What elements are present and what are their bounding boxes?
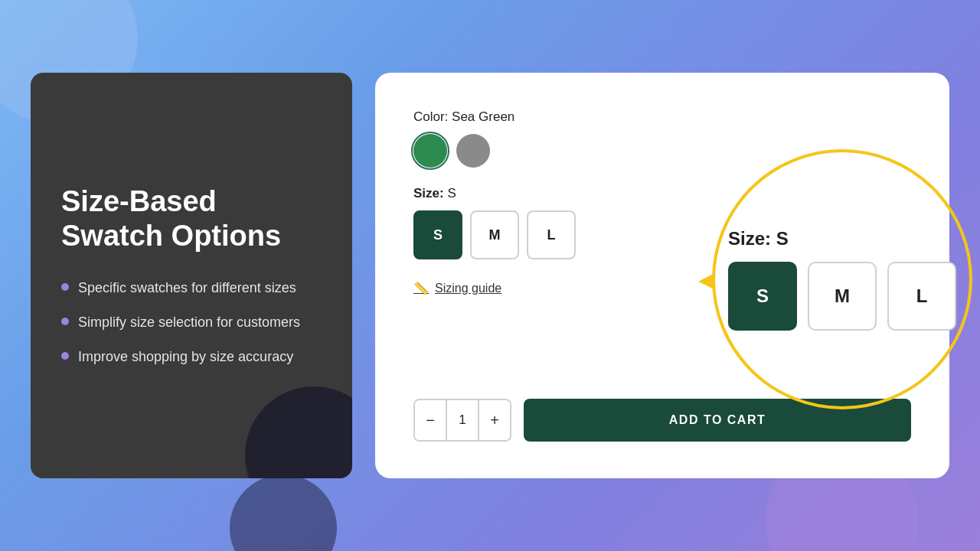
ruler-icon: 📏 <box>413 281 429 295</box>
product-options-card: Color: Sea Green Size: S S M L 📏 Sizing … <box>375 73 949 478</box>
bullet-icon <box>61 283 69 291</box>
cart-section: − 1 + ADD TO CART <box>413 399 911 442</box>
bullet-icon <box>61 352 69 360</box>
sizing-guide-label: Sizing guide <box>435 282 501 295</box>
quantity-control: − 1 + <box>413 399 511 442</box>
color-section: Color: Sea Green <box>413 109 911 168</box>
color-swatches-group <box>413 134 911 168</box>
spacer <box>413 314 911 368</box>
size-section: Size: S S M L <box>413 186 911 259</box>
quantity-decrease-button[interactable]: − <box>415 400 446 440</box>
selected-color-name: Sea Green <box>452 109 514 124</box>
list-item: Specific swatches for different sizes <box>61 279 322 298</box>
color-label-text: Color: <box>413 109 452 124</box>
card-circle-decoration <box>245 386 352 478</box>
main-layout: Size-BasedSwatch Options Specific swatch… <box>0 0 980 551</box>
selected-size-value: S <box>447 186 456 201</box>
color-swatch-gray[interactable] <box>456 134 490 168</box>
bullet-icon <box>61 318 69 325</box>
list-item-text: Improve shopping by size accuracy <box>78 347 293 367</box>
quantity-value: 1 <box>446 400 479 440</box>
size-button-m[interactable]: M <box>470 210 519 259</box>
size-buttons-group: S M L <box>413 210 911 259</box>
size-button-s[interactable]: S <box>413 210 462 259</box>
list-item: Improve shopping by size accuracy <box>61 347 322 367</box>
left-info-card: Size-BasedSwatch Options Specific swatch… <box>31 73 352 478</box>
feature-title: Size-BasedSwatch Options <box>61 184 322 254</box>
feature-list: Specific swatches for different sizes Si… <box>61 279 322 367</box>
size-button-l[interactable]: L <box>527 210 576 259</box>
list-item-text: Specific swatches for different sizes <box>78 279 296 298</box>
sizing-guide-link[interactable]: 📏 Sizing guide <box>413 281 911 295</box>
list-item-text: Simplify size selection for customers <box>78 313 300 332</box>
color-swatch-green[interactable] <box>413 134 447 168</box>
list-item: Simplify size selection for customers <box>61 313 322 332</box>
size-label: Size: S <box>413 186 911 201</box>
color-label: Color: Sea Green <box>413 109 911 125</box>
add-to-cart-button[interactable]: ADD TO CART <box>524 399 911 442</box>
quantity-increase-button[interactable]: + <box>479 400 510 440</box>
